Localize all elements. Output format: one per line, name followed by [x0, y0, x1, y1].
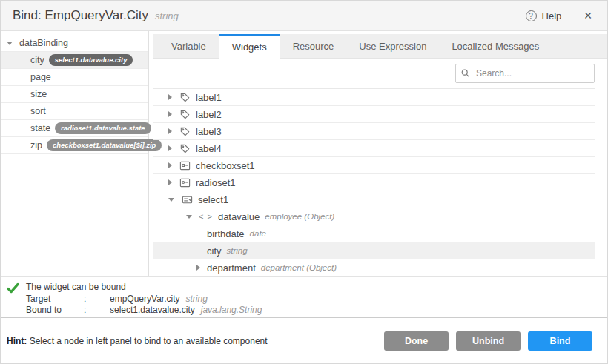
binding-pill: radioset1.datavalue.state — [55, 122, 151, 134]
chevron-right-icon[interactable] — [168, 145, 172, 151]
tree-node-label1[interactable]: label1 — [153, 89, 595, 106]
tab-bar: Variable Widgets Resource Use Expression… — [153, 34, 607, 59]
bind-status-panel: The widget can be bound Target:empQueryV… — [1, 277, 607, 318]
sidebar-item-page[interactable]: page — [1, 69, 148, 86]
tree-node-type: date — [250, 229, 266, 238]
tree-node-label: label2 — [196, 109, 222, 120]
sidebar-item-sort[interactable]: sort — [1, 103, 148, 120]
search-box — [455, 64, 595, 83]
tag-icon — [179, 91, 191, 103]
tree-node-label: checkboxset1 — [196, 160, 255, 171]
sidebar-item-label: city — [30, 55, 44, 65]
sidebar-item-size[interactable]: size — [1, 86, 148, 103]
status-message: The widget can be bound — [26, 282, 262, 294]
search-icon — [460, 68, 471, 79]
sidebar-item-city[interactable]: city select1.datavalue.city — [1, 52, 148, 69]
tree-node-label: label3 — [196, 126, 222, 137]
tag-icon — [179, 142, 191, 154]
search-row — [153, 59, 607, 88]
chevron-down-icon[interactable] — [186, 215, 192, 219]
tag-icon — [179, 108, 191, 120]
sidebar-item-databinding-root[interactable]: dataBinding — [1, 35, 148, 52]
tree-node-label: datavalue — [218, 211, 260, 222]
chevron-right-icon[interactable] — [168, 179, 172, 185]
tree-node-department[interactable]: department department (Object) — [153, 259, 595, 276]
tree-node-radioset1[interactable]: radioset1 — [153, 174, 595, 191]
main-panel: Variable Widgets Resource Use Expression… — [153, 31, 607, 276]
tree-node-label: label1 — [196, 92, 222, 103]
chevron-right-icon[interactable] — [168, 162, 172, 168]
tree-node-label3[interactable]: label3 — [153, 123, 595, 140]
tree-node-label: radioset1 — [196, 177, 235, 188]
dialog-body: dataBinding city select1.datavalue.city … — [1, 31, 607, 277]
tree-node-type: department (Object) — [261, 263, 337, 272]
done-button[interactable]: Done — [384, 331, 449, 351]
tree-node-label2[interactable]: label2 — [153, 106, 595, 123]
status-row-value: empQueryVar.city — [110, 294, 179, 304]
dialog-footer: Hint: Select a node in left panel to bin… — [1, 318, 607, 363]
sidebar-item-label: zip — [30, 140, 42, 150]
chevron-right-icon[interactable] — [196, 265, 200, 271]
chevron-right-icon[interactable] — [168, 111, 172, 117]
tree-node-checkboxset1[interactable]: checkboxset1 — [153, 157, 595, 174]
checkboxset-icon — [179, 159, 191, 171]
status-colon: : — [84, 305, 110, 317]
binding-sidebar: dataBinding city select1.datavalue.city … — [1, 31, 149, 276]
tab-use-expression[interactable]: Use Expression — [346, 34, 439, 59]
search-input[interactable] — [455, 64, 595, 83]
code-brackets-icon: < > — [199, 211, 213, 222]
tree-node-label: birthdate — [207, 228, 245, 239]
sidebar-root-label: dataBinding — [19, 38, 68, 48]
radioset-icon — [179, 176, 191, 188]
hint-body: Select a node in left panel to bind to a… — [30, 336, 268, 346]
tree-node-label: select1 — [198, 194, 228, 205]
help-question-glyph: ? — [529, 12, 533, 20]
status-target-row: Target:empQueryVar.citystring — [26, 294, 262, 305]
hint-label: Hint: — [7, 336, 27, 346]
tab-widgets[interactable]: Widgets — [219, 34, 280, 59]
close-icon[interactable]: ✕ — [584, 10, 592, 21]
binding-pill: checkboxset1.datavalue[$i].zip — [47, 139, 162, 151]
status-colon: : — [84, 294, 110, 305]
chevron-right-icon[interactable] — [168, 128, 172, 134]
status-row-value: select1.datavalue.city — [110, 305, 195, 315]
sidebar-item-label: size — [30, 89, 47, 99]
tree-node-label4[interactable]: label4 — [153, 140, 595, 157]
sidebar-item-label: state — [30, 123, 50, 133]
tree-node-datavalue[interactable]: < > datavalue employee (Object) — [153, 208, 595, 225]
bind-button[interactable]: Bind — [528, 331, 592, 351]
dialog-header: Bind: EmpQueryVar.City string ? Help ✕ — [1, 1, 607, 31]
tree-node-label: city — [207, 245, 222, 257]
status-row-label: Target — [26, 294, 84, 305]
tree-node-type: employee (Object) — [265, 212, 334, 221]
sidebar-item-zip[interactable]: zip checkboxset1.datavalue[$i].zip — [1, 137, 148, 154]
tab-resource[interactable]: Resource — [280, 34, 347, 59]
tab-localized-messages[interactable]: Localized Messages — [439, 34, 552, 59]
hint-text: Hint: Select a node in left panel to bin… — [7, 336, 268, 346]
help-link[interactable]: Help — [542, 10, 562, 21]
tree-node-select1[interactable]: select1 — [153, 191, 595, 208]
chevron-down-icon[interactable] — [7, 42, 13, 45]
tree-node-city[interactable]: city string — [153, 242, 595, 259]
chevron-right-icon[interactable] — [168, 94, 172, 100]
chevron-down-icon[interactable] — [168, 198, 174, 202]
sidebar-item-label: page — [30, 72, 51, 82]
select-widget-icon — [181, 193, 193, 205]
unbind-button[interactable]: Unbind — [456, 331, 521, 351]
status-row-type: string — [185, 294, 207, 304]
status-row-label: Bound to — [26, 305, 84, 317]
sidebar-item-state[interactable]: state radioset1.datavalue.state — [1, 120, 148, 137]
tree-node-birthdate[interactable]: birthdate date — [153, 225, 595, 242]
page-title: Bind: EmpQueryVar.City — [13, 8, 148, 23]
tag-icon — [179, 125, 191, 137]
bind-dialog: Bind: EmpQueryVar.City string ? Help ✕ d… — [0, 0, 608, 364]
sidebar-item-label: sort — [30, 106, 46, 116]
help-icon[interactable]: ? — [526, 10, 537, 21]
status-row-type: java.lang.String — [201, 305, 262, 315]
tree-node-type: string — [227, 246, 248, 255]
binding-pill: select1.datavalue.city — [49, 54, 133, 66]
tree-node-label: department — [207, 262, 256, 274]
status-boundto-row: Bound to:select1.datavalue.cityjava.lang… — [26, 305, 262, 317]
tab-variable[interactable]: Variable — [159, 34, 219, 59]
widget-tree: label1 label2 label3 label4 — [153, 88, 595, 276]
